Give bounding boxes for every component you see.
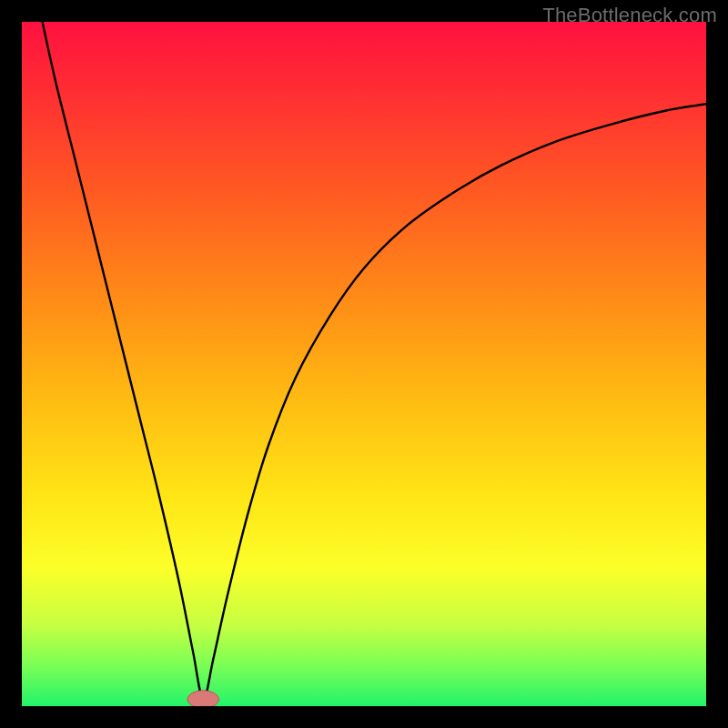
gradient-background bbox=[22, 22, 706, 706]
minimum-marker bbox=[187, 691, 219, 706]
watermark-text: TheBottleneck.com bbox=[542, 4, 717, 27]
bottleneck-chart bbox=[22, 22, 706, 706]
chart-frame bbox=[22, 22, 706, 706]
